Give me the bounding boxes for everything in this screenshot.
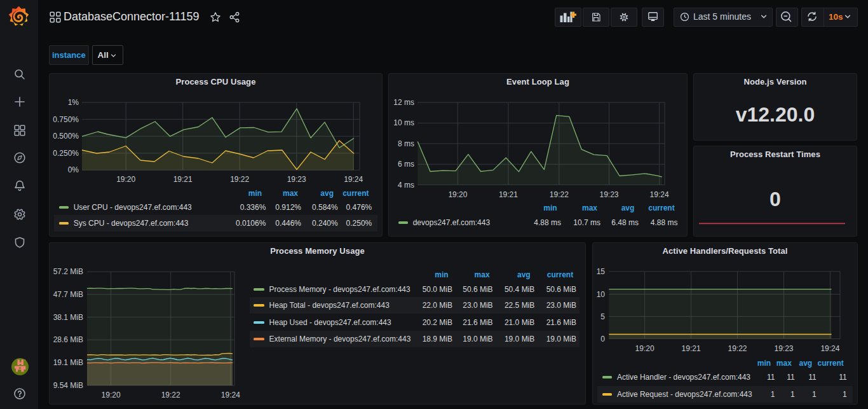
svg-text:19:24: 19:24	[820, 344, 839, 353]
svg-text:19:24: 19:24	[650, 190, 669, 199]
svg-text:19:20: 19:20	[116, 175, 135, 184]
svg-text:10: 10	[597, 290, 606, 299]
svg-text:38.1 MiB: 38.1 MiB	[53, 313, 83, 322]
svg-text:6 ms: 6 ms	[398, 160, 414, 169]
svg-text:19:20: 19:20	[635, 344, 654, 353]
svg-text:57.2 MiB: 57.2 MiB	[53, 267, 83, 276]
svg-text:19:20: 19:20	[448, 190, 467, 199]
svg-text:4 ms: 4 ms	[398, 181, 414, 190]
svg-text:8 ms: 8 ms	[398, 139, 414, 148]
svg-text:15: 15	[597, 267, 606, 276]
svg-text:19:24: 19:24	[344, 175, 363, 184]
svg-text:12 ms: 12 ms	[393, 98, 414, 107]
svg-text:19:22: 19:22	[230, 175, 249, 184]
svg-text:19:23: 19:23	[774, 344, 793, 353]
svg-text:19:24: 19:24	[221, 391, 240, 399]
svg-text:28.6 MiB: 28.6 MiB	[53, 335, 83, 344]
svg-text:19:21: 19:21	[682, 344, 701, 353]
svg-text:9.54 MiB: 9.54 MiB	[53, 381, 83, 390]
svg-text:19:21: 19:21	[173, 175, 193, 184]
svg-text:19:23: 19:23	[287, 175, 306, 184]
svg-text:0.750%: 0.750%	[53, 115, 79, 124]
svg-text:0.500%: 0.500%	[53, 132, 79, 141]
svg-text:1%: 1%	[68, 98, 79, 107]
svg-text:19.1 MiB: 19.1 MiB	[53, 358, 83, 367]
svg-text:19:22: 19:22	[550, 190, 569, 199]
svg-text:5: 5	[600, 312, 605, 321]
svg-text:10 ms: 10 ms	[393, 118, 414, 127]
svg-text:19:22: 19:22	[161, 391, 180, 399]
svg-text:0.250%: 0.250%	[53, 149, 79, 158]
svg-text:0: 0	[600, 335, 605, 343]
svg-text:19:23: 19:23	[599, 190, 618, 199]
svg-text:19:22: 19:22	[728, 344, 747, 353]
svg-text:0%: 0%	[68, 165, 79, 174]
svg-text:47.7 MiB: 47.7 MiB	[53, 290, 83, 299]
svg-text:19:21: 19:21	[499, 190, 518, 199]
svg-text:19:20: 19:20	[102, 391, 121, 399]
